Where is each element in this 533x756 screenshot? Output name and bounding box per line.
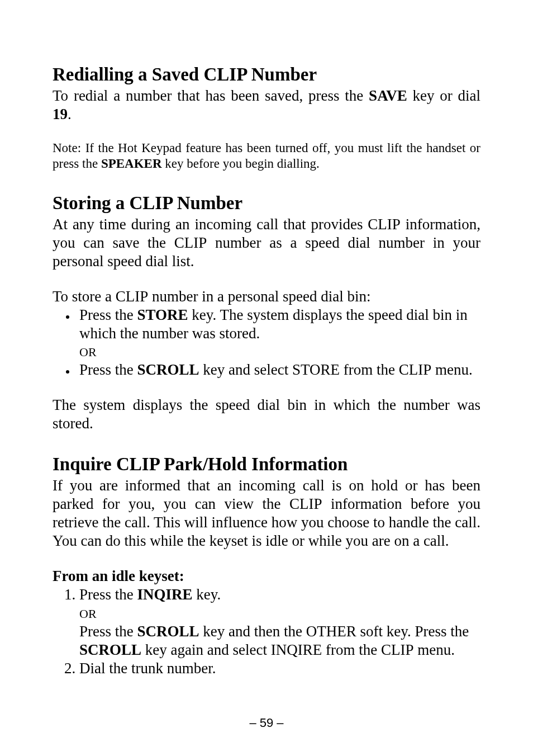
dial-code: 19 — [53, 106, 68, 122]
smallcaps-clip: CLIP — [116, 288, 149, 305]
text: key before you begin dialling. — [162, 157, 320, 171]
text: Press the — [79, 623, 137, 640]
paragraph: To store a CLIP number in a personal spe… — [53, 287, 480, 306]
bullet-list: Press the STORE key. The system displays… — [53, 306, 480, 380]
text: menu. — [413, 641, 455, 658]
heading-inquire: Inquire CLIP Park/Hold Information — [53, 454, 480, 475]
text: key. — [193, 586, 221, 603]
text: from the — [340, 361, 399, 378]
smallcaps-clip: CLIP — [381, 641, 414, 658]
text: from the — [322, 641, 381, 658]
smallcaps-clip: CLIP — [399, 361, 432, 378]
paragraph: To redial a number that has been saved, … — [53, 87, 480, 124]
heading-storing: Storing a CLIP Number — [53, 193, 480, 214]
paragraph: The system displays the speed dial bin i… — [53, 396, 480, 433]
page-number: – 59 – — [0, 716, 533, 730]
list-item: Dial the trunk number. — [79, 659, 480, 678]
smallcaps-clip: CLIP — [174, 234, 207, 251]
text: key and select — [199, 361, 292, 378]
text: Press the — [79, 306, 137, 323]
text: number in a personal speed dial bin: — [148, 288, 370, 305]
text: To redial a number that has been saved, … — [53, 87, 369, 104]
key-label-save: SAVE — [369, 87, 407, 104]
key-label-scroll: SCROLL — [137, 361, 199, 378]
text: To store a — [53, 288, 116, 305]
text: Press the — [79, 586, 137, 603]
key-label-scroll: SCROLL — [79, 641, 141, 658]
paragraph: If you are informed that an incoming cal… — [53, 476, 480, 550]
key-label-speaker: SPEAKER — [101, 157, 162, 171]
list-item: Press the STORE key. The system displays… — [76, 306, 480, 361]
text: key and then the — [199, 623, 306, 640]
text: key or dial — [407, 87, 480, 104]
paragraph: At any time during an incoming call that… — [53, 215, 480, 271]
text: . — [68, 106, 72, 122]
smallcaps-other: OTHER — [306, 623, 356, 640]
list-item: Press the INQIRE key. OR Press the SCROL… — [79, 585, 480, 659]
smallcaps-clip: CLIP — [289, 495, 322, 512]
numbered-list: Press the INQIRE key. OR Press the SCROL… — [53, 585, 480, 678]
or-text: OR — [79, 345, 97, 359]
smallcaps-clip: CLIP — [368, 216, 401, 233]
text: Press the — [79, 361, 137, 378]
text: menu. — [431, 361, 473, 378]
document-page: Redialling a Saved CLIP Number To redial… — [0, 0, 533, 756]
subheading-idle-keyset: From an idle keyset: — [53, 567, 480, 585]
key-label-inqire: INQIRE — [137, 586, 193, 603]
list-item: Press the SCROLL key and select STORE fr… — [76, 361, 480, 379]
heading-redialling: Redialling a Saved CLIP Number — [53, 64, 480, 86]
note-paragraph: Note: If the Hot Keypad feature has been… — [53, 140, 480, 172]
smallcaps-inqire: INQIRE — [271, 641, 322, 658]
key-label-store: STORE — [137, 306, 188, 323]
text: soft key. Press the — [356, 623, 469, 640]
key-label-scroll: SCROLL — [137, 623, 199, 640]
text: key again and select — [141, 641, 271, 658]
or-text: OR — [79, 607, 97, 621]
smallcaps-store: STORE — [292, 361, 340, 378]
text: At any time during an incoming call that… — [53, 216, 368, 233]
